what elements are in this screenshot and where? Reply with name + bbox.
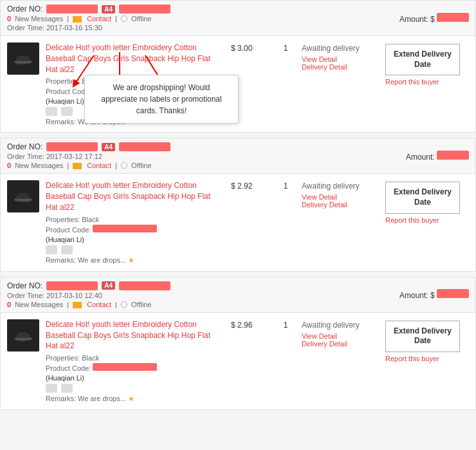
contact-link-3[interactable]: Contact — [87, 301, 111, 308]
order-no-row-1: Order NO: A4 — [7, 5, 170, 14]
extend-btn-line2-1: Date — [414, 60, 431, 69]
new-messages-count-1: 0 — [7, 15, 11, 23]
product-info-2: Delicate Hot! youth letter Embroidery Co… — [46, 180, 224, 264]
properties-label-2: Properties: — [46, 216, 80, 223]
new-messages-label-2: New Messages — [15, 162, 63, 169]
seller-name-1 — [119, 5, 170, 14]
buyer-name-3: (Huaqian Li) — [46, 374, 224, 382]
offline-label-2: Offline — [131, 162, 152, 169]
order-no-label-3: Order NO: — [7, 281, 42, 290]
extend-delivery-btn-1[interactable]: Extend Delivery Date — [385, 44, 460, 75]
order-time-2: Order Time: 2017-03-12 17:12 — [7, 153, 170, 160]
offline-dot-2 — [121, 162, 127, 169]
remarks-star-2: ★ — [128, 256, 134, 264]
product-info-1: Delicate Hot! youth letter Embroidery Co… — [46, 42, 224, 126]
product-code-row-3: Product Code: — [46, 363, 224, 372]
product-image-1 — [7, 42, 39, 75]
report-buyer-link-3[interactable]: Report this buyer — [385, 355, 439, 362]
view-detail-link-3[interactable]: View Detail — [302, 332, 379, 340]
new-messages-count-3: 0 — [7, 301, 11, 308]
offline-label-1: Offline — [131, 15, 152, 23]
product-title-link-3[interactable]: Delicate Hot! youth letter Embroidery Co… — [46, 319, 224, 352]
order-header-1: Order NO: A4 0 New Messages | Contact | … — [1, 1, 475, 36]
order-amount-3: Amount: $ — [399, 289, 469, 300]
amount-value-2 — [437, 151, 469, 160]
product-title-link-1[interactable]: Delicate Hot! youth letter Embroidery Co… — [46, 42, 224, 75]
order-body-2: Delicate Hot! youth letter Embroidery Co… — [1, 174, 475, 270]
envelope-icon-1 — [73, 16, 82, 23]
product-title-link-2[interactable]: Delicate Hot! youth letter Embroidery Co… — [46, 180, 224, 212]
order-time-value-1: 2017-03-16 15:30 — [46, 24, 102, 32]
action-icon-msg-1[interactable] — [46, 107, 57, 116]
contact-link-1[interactable]: Contact — [87, 15, 111, 23]
action-icon-doc-2[interactable] — [61, 245, 73, 254]
amount-label-3: Amount: $ — [399, 291, 435, 300]
action-col-2: Extend Delivery Date Report this buyer — [385, 180, 469, 223]
view-detail-link-1[interactable]: View Detail — [302, 55, 379, 63]
seller-badge-2: A4 — [102, 143, 115, 151]
separator-3: | — [67, 162, 69, 169]
action-col-3: Extend Delivery Date Report this buyer — [385, 319, 469, 362]
view-detail-link-2[interactable]: View Detail — [302, 193, 379, 201]
separator-1: | — [67, 15, 69, 23]
order-header-3: Order NO: A4 Order Time: 2017-03-10 12:4… — [1, 277, 475, 313]
offline-dot-3 — [121, 301, 127, 308]
contact-link-2[interactable]: Contact — [87, 162, 111, 169]
extend-btn-line1-2: Extend Delivery — [394, 187, 452, 196]
qty-col-2: 1 — [276, 180, 295, 191]
remarks-2: Remarks: We are drops... ★ — [46, 256, 224, 265]
qty-value-1: 1 — [284, 44, 288, 53]
awaiting-delivery-3: Awaiting delivery — [302, 321, 379, 330]
order-time-1: Order Time: 2017-03-16 15:30 — [7, 24, 170, 32]
svg-rect-6 — [15, 199, 32, 201]
svg-rect-8 — [15, 338, 32, 340]
order-no-row-3: Order NO: A4 — [7, 281, 170, 290]
order-time-label-2: Order Time: — [7, 153, 44, 160]
amount-value-1 — [437, 13, 469, 22]
order-time-value-2: 2017-03-12 17:12 — [46, 153, 102, 160]
remarks-text-3: Remarks: We are drops... — [46, 395, 126, 402]
delivery-detail-link-1[interactable]: Delivery Detail — [302, 63, 379, 71]
envelope-icon-2 — [73, 163, 82, 169]
amount-label-1: Amount: $ — [399, 15, 435, 24]
qty-col-1: 1 — [276, 42, 295, 53]
order-no-value-3 — [46, 281, 98, 290]
buyer-name-2: (Huaqian Li) — [46, 236, 224, 243]
report-buyer-link-1[interactable]: Report this buyer — [385, 78, 439, 86]
qty-col-3: 1 — [276, 319, 295, 330]
messages-row-2: 0 New Messages | Contact | Offline — [7, 162, 170, 169]
action-icon-msg-2[interactable] — [46, 245, 57, 254]
order-no-row-2: Order NO: A4 — [7, 142, 170, 151]
awaiting-delivery-2: Awaiting delivery — [302, 182, 379, 191]
new-messages-label-1: New Messages — [15, 15, 63, 23]
offline-label-3: Offline — [131, 301, 152, 308]
status-col-3: Awaiting delivery View Detail Delivery D… — [302, 319, 379, 348]
order-block-3: Order NO: A4 Order Time: 2017-03-10 12:4… — [0, 277, 476, 410]
order-amount-1: Amount: $ — [399, 13, 469, 24]
product-code-row-2: Product Code: — [46, 225, 224, 234]
remarks-3: Remarks: We are drops... ★ — [46, 395, 224, 403]
action-icon-doc-3[interactable] — [61, 384, 73, 393]
hat-icon-1 — [14, 49, 33, 68]
properties-value-2: Black — [82, 216, 99, 223]
delivery-detail-link-3[interactable]: Delivery Detail — [302, 340, 379, 348]
qty-value-3: 1 — [284, 321, 288, 330]
seller-badge-1: A4 — [102, 5, 115, 14]
seller-badge-3: A4 — [102, 281, 115, 290]
messages-row-3: 0 New Messages | Contact | Offline — [7, 301, 170, 308]
extend-btn-line1-3: Extend Delivery — [394, 326, 452, 335]
action-icons-2 — [46, 245, 224, 254]
properties-value-3: Black — [82, 354, 99, 362]
action-icon-doc-1[interactable] — [61, 107, 73, 116]
delivery-detail-link-2[interactable]: Delivery Detail — [302, 201, 379, 209]
hat-icon-2 — [14, 187, 33, 206]
seller-name-3 — [119, 281, 170, 290]
product-props-3: Properties: Black — [46, 354, 224, 362]
extend-delivery-btn-3[interactable]: Extend Delivery Date — [385, 321, 460, 352]
order-time-3: Order Time: 2017-03-10 12:40 — [7, 292, 170, 299]
properties-label-1: Properties: — [46, 77, 80, 85]
report-buyer-link-2[interactable]: Report this buyer — [385, 216, 439, 224]
action-icon-msg-3[interactable] — [46, 384, 57, 393]
extend-delivery-btn-2[interactable]: Extend Delivery Date — [385, 182, 460, 213]
product-code-label-2: Product Code: — [46, 226, 91, 234]
